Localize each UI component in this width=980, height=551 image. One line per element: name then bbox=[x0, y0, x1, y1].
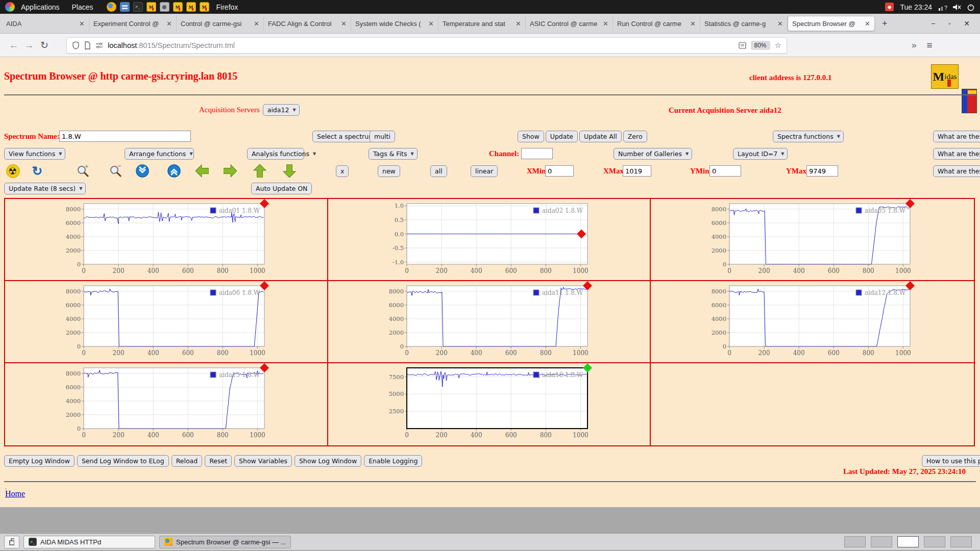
analysis-functions-dropdown[interactable]: Analysis functions▼ bbox=[247, 148, 304, 160]
layout-id-dropdown[interactable]: Layout ID=7▼ bbox=[733, 148, 788, 160]
page-info-icon[interactable] bbox=[84, 41, 91, 49]
window-close-button[interactable]: ✕ bbox=[964, 19, 970, 28]
spectrum-chart-aida11[interactable]: 0200400600800100002000400060008000aida11… bbox=[381, 283, 592, 361]
back-button[interactable]: ← bbox=[6, 40, 21, 51]
gallery-cell-aida05[interactable]: 0200400600800100002000400060008000aida05… bbox=[651, 199, 974, 281]
tab-close-icon[interactable]: ✕ bbox=[863, 20, 870, 28]
hamburger-menu-icon[interactable]: ≡ bbox=[926, 40, 932, 51]
view-functions-dropdown[interactable]: View functions▼ bbox=[4, 148, 65, 160]
workspace-cell-3[interactable] bbox=[897, 536, 919, 547]
spectrum-chart-aida16[interactable]: 02004006008001000250050007500aida16 1.8.… bbox=[381, 365, 592, 443]
x-button[interactable]: x bbox=[336, 165, 349, 177]
show-desktop-button[interactable] bbox=[4, 536, 19, 548]
auto-update-button[interactable]: Auto Update ON bbox=[251, 183, 312, 194]
overflow-menu-icon[interactable]: » bbox=[912, 40, 916, 51]
screenshot-launcher-icon[interactable] bbox=[160, 2, 169, 12]
tab-close-icon[interactable]: ✕ bbox=[688, 20, 696, 28]
zoom-level-badge[interactable]: 80% bbox=[751, 41, 770, 50]
browser-tab-5[interactable]: System wide Checks (✕ bbox=[351, 16, 438, 31]
reload-button[interactable]: ↻ bbox=[37, 39, 52, 51]
grow-down-icon[interactable] bbox=[282, 163, 297, 179]
help-button[interactable]: How to use this page bbox=[922, 455, 980, 467]
ymin-input[interactable] bbox=[709, 165, 741, 177]
gallery-cell-aida02[interactable]: 02004006008001000-1.0-0.50.00.51.0aida02… bbox=[328, 199, 651, 281]
taskbar-window-firefox[interactable]: Spectrum Browser @ carme-gsi — ... bbox=[159, 536, 291, 548]
zoom-out-icon[interactable]: − bbox=[108, 163, 124, 179]
midas-launcher-icon[interactable]: M bbox=[186, 2, 196, 12]
home-link[interactable]: Home bbox=[5, 489, 25, 498]
files-launcher-icon[interactable] bbox=[120, 2, 130, 12]
enable-logging-button[interactable]: Enable Logging bbox=[364, 455, 422, 467]
spectrum-name-input[interactable] bbox=[59, 131, 191, 142]
what-are-these-button-1[interactable]: What are these? bbox=[933, 131, 980, 142]
new-tab-button[interactable]: + bbox=[875, 18, 895, 29]
spectrum-chart-aida06[interactable]: 0200400600800100002000400060008000aida06… bbox=[58, 283, 268, 361]
midas-launcher-icon[interactable]: M bbox=[146, 2, 156, 12]
tab-close-icon[interactable]: ✕ bbox=[601, 20, 608, 28]
workspace-cell-5[interactable] bbox=[950, 536, 972, 547]
ymax-input[interactable] bbox=[806, 165, 838, 177]
update-all-button[interactable]: Update All bbox=[579, 131, 622, 142]
gallery-cell-aida01[interactable]: 0200400600800100002000400060008000aida01… bbox=[5, 199, 328, 281]
network-icon[interactable]: ? bbox=[938, 3, 947, 11]
firefox-launcher-icon[interactable] bbox=[107, 2, 116, 12]
tab-close-icon[interactable]: ✕ bbox=[513, 20, 521, 28]
gallery-cell-aida15[interactable]: 0200400600800100002000400060008000aida15… bbox=[5, 363, 328, 445]
bookmark-star-icon[interactable]: ☆ bbox=[775, 41, 781, 50]
show-variables-button[interactable]: Show Variables bbox=[234, 455, 292, 467]
workspace-cell-1[interactable] bbox=[844, 536, 866, 547]
permissions-icon[interactable] bbox=[95, 42, 103, 49]
tab-close-icon[interactable]: ✕ bbox=[77, 20, 85, 28]
browser-tab-3[interactable]: Control @ carme-gsi✕ bbox=[177, 16, 264, 31]
radiation-icon[interactable]: ☢ bbox=[5, 163, 20, 179]
applications-menu[interactable]: Applications bbox=[15, 0, 66, 14]
grow-up-icon[interactable] bbox=[252, 163, 267, 179]
tab-close-icon[interactable]: ✕ bbox=[252, 20, 259, 28]
window-maximize-button[interactable]: ▫ bbox=[948, 20, 950, 27]
workspace-cell-2[interactable] bbox=[871, 536, 892, 547]
terminal-launcher-icon[interactable]: >_ bbox=[133, 2, 143, 12]
spectra-functions-dropdown[interactable]: Spectra functions▼ bbox=[773, 131, 844, 142]
browser-tab-10[interactable]: Spectrum Browser @✕ bbox=[788, 16, 875, 31]
forward-button[interactable]: → bbox=[21, 40, 37, 51]
spectrum-chart-aida15[interactable]: 0200400600800100002000400060008000aida15… bbox=[58, 365, 268, 443]
browser-tab-4[interactable]: FADC Align & Control✕ bbox=[264, 16, 351, 31]
refresh-icon[interactable]: ↻ bbox=[30, 163, 45, 179]
url-bar[interactable]: localhost:8015/Spectrum/Spectrum.tml 80%… bbox=[66, 37, 787, 54]
midas-launcher-icon[interactable]: M bbox=[200, 2, 209, 12]
expand-y-icon[interactable] bbox=[166, 163, 182, 179]
midas-launcher-icon[interactable]: M bbox=[173, 2, 183, 12]
clock[interactable]: Tue 23:24 bbox=[900, 3, 932, 11]
show-button[interactable]: Show bbox=[518, 131, 544, 142]
what-are-these-button-2[interactable]: What are these? bbox=[933, 148, 980, 160]
gallery-cell-aida16[interactable]: 02004006008001000250050007500aida16 1.8.… bbox=[328, 363, 651, 445]
tags-fits-dropdown[interactable]: Tags & Fits▼ bbox=[369, 148, 418, 160]
gallery-cell-aida06[interactable]: 0200400600800100002000400060008000aida06… bbox=[5, 281, 328, 363]
pan-left-icon[interactable] bbox=[194, 163, 210, 179]
shield-icon[interactable] bbox=[72, 41, 80, 49]
all-button[interactable]: all bbox=[430, 165, 447, 177]
browser-tab-8[interactable]: Run Control @ carme✕ bbox=[613, 16, 700, 31]
taskbar-window-terminal[interactable]: >_AIDA MIDAS HTTPd bbox=[23, 536, 155, 548]
compress-y-icon[interactable] bbox=[135, 163, 150, 179]
what-are-these-button-3[interactable]: What are these? bbox=[933, 165, 980, 177]
multi-button[interactable]: multi bbox=[370, 131, 395, 142]
zero-button[interactable]: Zero bbox=[623, 131, 647, 142]
update-rate-dropdown[interactable]: Update Rate (8 secs)▼ bbox=[4, 183, 86, 194]
tab-close-icon[interactable]: ✕ bbox=[426, 20, 434, 28]
spectrum-chart-aida12[interactable]: 0200400600800100002000400060008000aida12… bbox=[704, 283, 914, 361]
workspace-cell-4[interactable] bbox=[924, 536, 945, 547]
linear-button[interactable]: linear bbox=[471, 165, 498, 177]
new-button[interactable]: new bbox=[378, 165, 400, 177]
spectrum-chart-aida05[interactable]: 0200400600800100002000400060008000aida05… bbox=[704, 201, 914, 279]
number-of-galleries-dropdown[interactable]: Number of Galleries▼ bbox=[614, 148, 692, 160]
arrange-functions-dropdown[interactable]: Arrange functions▼ bbox=[125, 148, 194, 160]
tab-close-icon[interactable]: ✕ bbox=[339, 20, 347, 28]
spectrum-chart-aida01[interactable]: 0200400600800100002000400060008000aida01… bbox=[58, 201, 268, 279]
reset-button[interactable]: Reset bbox=[205, 455, 232, 467]
xmax-input[interactable] bbox=[623, 165, 651, 177]
show-log-window-button[interactable]: Show Log Window bbox=[295, 455, 361, 467]
browser-tab-7[interactable]: ASIC Control @ carme✕ bbox=[526, 16, 613, 31]
browser-tab-6[interactable]: Temperature and stat✕ bbox=[438, 16, 526, 31]
reload-button[interactable]: Reload bbox=[172, 455, 203, 467]
